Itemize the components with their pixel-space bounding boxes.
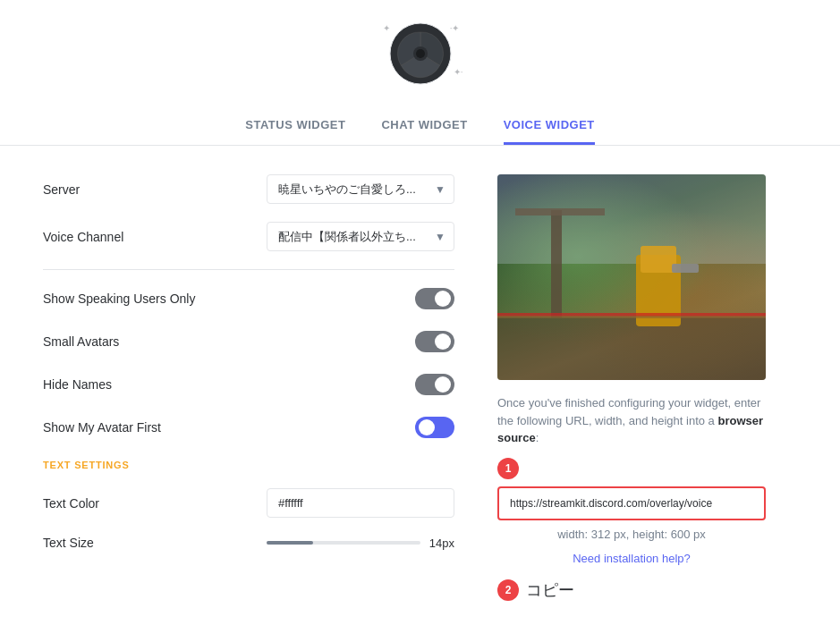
svg-rect-3 (497, 174, 766, 264)
toggle-small-avatars-thumb (435, 334, 451, 350)
step-2-badge: 2 (497, 579, 519, 601)
text-size-row: Text Size 14px (43, 536, 454, 550)
text-color-label: Text Color (43, 496, 99, 511)
toggle-hide-names-track (415, 374, 454, 395)
svg-rect-4 (497, 317, 766, 380)
preview-overlay-svg (497, 174, 766, 380)
text-size-label: Text Size (43, 536, 94, 550)
sparkle-decoration: ✦ (383, 23, 390, 33)
tab-status-widget[interactable]: STATUS WIDGET (245, 107, 345, 145)
section-divider (43, 269, 454, 270)
nav-tabs: STATUS WIDGET CHAT WIDGET VOICE WIDGET (0, 107, 840, 146)
dimensions-text: width: 312 px, height: 600 px (497, 528, 766, 541)
toggle-show-my-avatar-label: Show My Avatar First (43, 420, 161, 435)
toggle-show-my-avatar[interactable] (415, 417, 454, 438)
tab-voice-widget[interactable]: VOICE WIDGET (504, 107, 595, 145)
logo-container: ✦ ·✦ ✦· (388, 21, 453, 86)
toggle-show-my-avatar-track (415, 417, 454, 438)
text-color-row: Text Color (43, 488, 454, 518)
right-panel: Once you've finished configuring your wi… (497, 174, 766, 601)
text-size-slider-container: 14px (267, 536, 454, 550)
tab-chat-widget[interactable]: CHAT WIDGET (381, 107, 467, 145)
toggle-show-speaking-track (415, 288, 454, 309)
header: ✦ ·✦ ✦· STATUS WIDGET CHAT WIDGET VOICE … (0, 0, 840, 146)
toggle-hide-names-label: Hide Names (43, 377, 112, 392)
text-color-input[interactable] (267, 488, 454, 518)
toggle-show-speaking-label: Show Speaking Users Only (43, 291, 195, 306)
text-settings-title: TEXT SETTINGS (43, 460, 454, 470)
main-content: Server 暁星いちやのご自愛しろ... ▼ Voice Channel 配信… (0, 146, 840, 629)
server-row: Server 暁星いちやのご自愛しろ... ▼ (43, 174, 454, 204)
sparkle-decoration: ✦· (454, 67, 463, 77)
svg-rect-8 (641, 246, 676, 273)
svg-rect-9 (672, 264, 699, 273)
svg-point-2 (416, 49, 425, 58)
server-label: Server (43, 182, 80, 197)
badge1-row: 1 (497, 458, 766, 479)
installation-help-link[interactable]: Need installation help? (497, 552, 766, 565)
step-1-badge: 1 (497, 458, 519, 479)
toggle-small-avatars-label: Small Avatars (43, 334, 119, 349)
toggle-show-my-avatar-thumb (419, 419, 435, 435)
toggle-hide-names-row: Hide Names (43, 374, 454, 395)
voice-channel-select-wrapper: 配信中【関係者以外立ち... ▼ (267, 222, 454, 251)
svg-rect-11 (497, 316, 766, 318)
left-panel: Server 暁星いちやのご自愛しろ... ▼ Voice Channel 配信… (43, 174, 454, 601)
svg-rect-5 (551, 210, 562, 317)
info-text: Once you've finished configuring your wi… (497, 394, 766, 447)
toggle-show-speaking-thumb (435, 291, 451, 307)
toggle-small-avatars-track (415, 331, 454, 352)
copy-row: 2 コピー (497, 579, 766, 601)
toggle-show-my-avatar-row: Show My Avatar First (43, 417, 454, 438)
toggle-show-speaking[interactable] (415, 288, 454, 309)
toggle-hide-names-thumb (435, 376, 451, 393)
sparkle-decoration: ·✦ (450, 23, 460, 33)
overlay-url-box[interactable]: https://streamkit.discord.com/overlay/vo… (497, 486, 766, 520)
toggle-show-speaking-row: Show Speaking Users Only (43, 288, 454, 309)
game-preview-image (497, 174, 766, 380)
voice-channel-select[interactable]: 配信中【関係者以外立ち... (267, 222, 454, 251)
svg-rect-6 (515, 208, 605, 215)
voice-channel-row: Voice Channel 配信中【関係者以外立ち... ▼ (43, 222, 454, 251)
text-size-value: 14px (429, 536, 454, 550)
copy-label: コピー (526, 579, 574, 601)
server-select[interactable]: 暁星いちやのご自愛しろ... (267, 174, 454, 204)
server-select-wrapper: 暁星いちやのご自愛しろ... ▼ (267, 174, 454, 204)
toggle-small-avatars-row: Small Avatars (43, 331, 454, 352)
app-logo (388, 21, 453, 86)
toggle-small-avatars[interactable] (415, 331, 454, 352)
voice-channel-label: Voice Channel (43, 230, 123, 244)
toggle-hide-names[interactable] (415, 374, 454, 395)
